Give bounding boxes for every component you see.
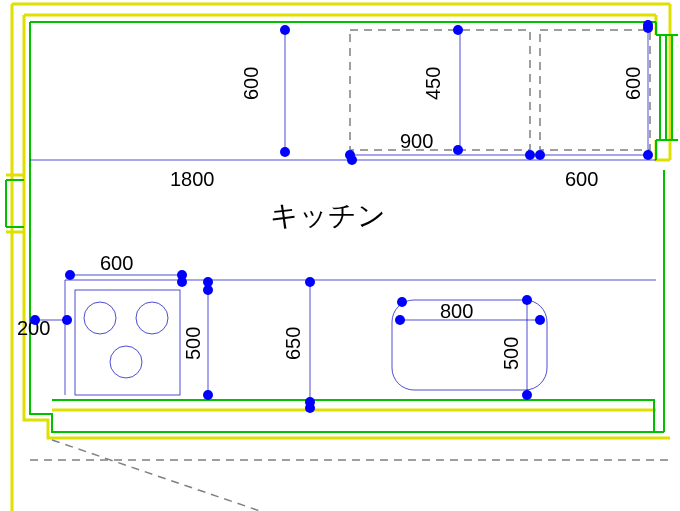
svg-point-4 bbox=[84, 302, 116, 334]
svg-point-25 bbox=[453, 25, 463, 35]
svg-point-31 bbox=[643, 23, 653, 33]
dim-500-cooktop: 500 bbox=[182, 327, 204, 360]
svg-point-47 bbox=[397, 297, 407, 307]
svg-point-27 bbox=[525, 150, 535, 160]
svg-rect-3 bbox=[75, 290, 180, 395]
svg-point-36 bbox=[62, 315, 72, 325]
svg-point-46 bbox=[522, 390, 532, 400]
svg-point-44 bbox=[535, 315, 545, 325]
svg-point-29 bbox=[643, 150, 653, 160]
dim-600-upper-right: 600 bbox=[565, 168, 598, 190]
dim-650: 650 bbox=[282, 327, 304, 360]
svg-point-6 bbox=[110, 346, 142, 378]
svg-point-28 bbox=[535, 150, 545, 160]
svg-point-42 bbox=[305, 403, 315, 413]
svg-point-35 bbox=[30, 315, 40, 325]
dim-1800: 1800 bbox=[170, 168, 215, 190]
room-name: キッチン bbox=[270, 200, 386, 231]
svg-point-39 bbox=[203, 277, 213, 287]
dim-600-right-vert: 600 bbox=[622, 67, 644, 100]
svg-point-32 bbox=[65, 270, 75, 280]
svg-point-5 bbox=[136, 302, 168, 334]
dim-450: 450 bbox=[422, 67, 444, 100]
svg-point-34 bbox=[177, 277, 187, 287]
svg-point-38 bbox=[203, 390, 213, 400]
svg-point-26 bbox=[453, 145, 463, 155]
svg-point-45 bbox=[522, 295, 532, 305]
svg-point-21 bbox=[280, 25, 290, 35]
dim-500-sink: 500 bbox=[500, 337, 522, 370]
dim-900: 900 bbox=[400, 130, 433, 152]
floor-plan: 1800 900 600 600 450 600 600 200 500 650… bbox=[0, 0, 680, 511]
svg-point-43 bbox=[395, 315, 405, 325]
svg-point-22 bbox=[280, 147, 290, 157]
svg-point-24 bbox=[347, 155, 357, 165]
dim-800: 800 bbox=[440, 300, 473, 322]
svg-point-40 bbox=[305, 277, 315, 287]
dim-600-cooktop: 600 bbox=[100, 252, 133, 274]
dim-600-upper-depth: 600 bbox=[240, 67, 262, 100]
